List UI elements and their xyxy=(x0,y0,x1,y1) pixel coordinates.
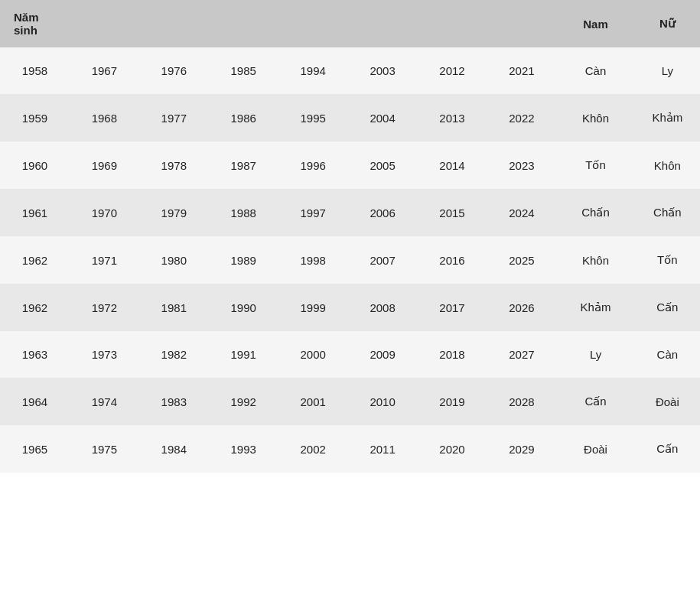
year-cell: 1988 xyxy=(209,189,278,236)
year-cell: 2029 xyxy=(487,425,556,473)
nu-cell: Chấn xyxy=(635,189,700,236)
year-cell: 1981 xyxy=(139,284,209,331)
year-cell: 2007 xyxy=(348,236,418,284)
year-cell: 2023 xyxy=(487,141,556,189)
year-cell: 2017 xyxy=(418,284,487,331)
nu-cell: Cấn xyxy=(635,284,700,331)
nam-cell: Khảm xyxy=(556,284,634,331)
year-cell: 1973 xyxy=(70,331,139,378)
birth-year-table: Năm sinh Nam Nữ 195819671976198519942003… xyxy=(0,0,700,473)
table-row: 19631973198219912000200920182027LyCàn xyxy=(0,331,700,378)
year-cell: 1979 xyxy=(139,189,209,236)
year-cell: 2008 xyxy=(348,284,418,331)
year-cell: 1972 xyxy=(70,284,139,331)
header-year-col-8 xyxy=(487,0,556,47)
year-cell: 2025 xyxy=(487,236,556,284)
year-cell: 2006 xyxy=(348,189,418,236)
table-row: 19611970197919881997200620152024ChấnChấn xyxy=(0,189,700,236)
year-cell: 2026 xyxy=(487,284,556,331)
year-cell: 1970 xyxy=(70,189,139,236)
year-cell: 1974 xyxy=(70,378,139,425)
year-cell: 2027 xyxy=(487,331,556,378)
header-year-col-3 xyxy=(139,0,209,47)
year-cell: 1976 xyxy=(139,47,209,94)
year-cell: 1967 xyxy=(70,47,139,94)
nu-cell: Khảm xyxy=(635,94,700,141)
year-cell: 1983 xyxy=(139,378,209,425)
year-cell: 1995 xyxy=(278,94,348,141)
year-cell: 1963 xyxy=(0,331,70,378)
nam-cell: Khôn xyxy=(556,236,634,284)
nam-cell: Càn xyxy=(556,47,634,94)
nam-cell: Khôn xyxy=(556,94,634,141)
nu-cell: Tốn xyxy=(635,236,700,284)
year-cell: 2024 xyxy=(487,189,556,236)
year-cell: 2002 xyxy=(278,425,348,473)
nam-cell: Chấn xyxy=(556,189,634,236)
year-cell: 1978 xyxy=(139,141,209,189)
year-cell: 1980 xyxy=(139,236,209,284)
year-cell: 2022 xyxy=(487,94,556,141)
year-cell: 1982 xyxy=(139,331,209,378)
year-cell: 1961 xyxy=(0,189,70,236)
nam-cell: Ly xyxy=(556,331,634,378)
year-cell: 1969 xyxy=(70,141,139,189)
nu-cell: Khôn xyxy=(635,141,700,189)
year-cell: 1959 xyxy=(0,94,70,141)
header-year-col-2 xyxy=(70,0,139,47)
year-cell: 1985 xyxy=(209,47,278,94)
nu-cell: Đoài xyxy=(635,378,700,425)
table-row: 19621971198019891998200720162025KhônTốn xyxy=(0,236,700,284)
year-cell: 2000 xyxy=(278,331,348,378)
year-cell: 2003 xyxy=(348,47,418,94)
table-row: 19641974198319922001201020192028CấnĐoài xyxy=(0,378,700,425)
year-cell: 1960 xyxy=(0,141,70,189)
nam-cell: Cấn xyxy=(556,378,634,425)
year-cell: 2004 xyxy=(348,94,418,141)
table-row: 19591968197719861995200420132022KhônKhảm xyxy=(0,94,700,141)
year-cell: 2019 xyxy=(418,378,487,425)
nu-cell: Cấn xyxy=(635,425,700,473)
header-nam-sinh: Năm sinh xyxy=(0,0,70,47)
main-table-container: Năm sinh Nam Nữ 195819671976198519942003… xyxy=(0,0,700,473)
year-cell: 2009 xyxy=(348,331,418,378)
header-nam: Nam xyxy=(556,0,634,47)
year-cell: 1990 xyxy=(209,284,278,331)
header-nu: Nữ xyxy=(635,0,700,47)
year-cell: 1965 xyxy=(0,425,70,473)
header-year-col-7 xyxy=(418,0,487,47)
year-cell: 1993 xyxy=(209,425,278,473)
year-cell: 1962 xyxy=(0,284,70,331)
year-cell: 1968 xyxy=(70,94,139,141)
year-cell: 1997 xyxy=(278,189,348,236)
year-cell: 1998 xyxy=(278,236,348,284)
table-body: 19581967197619851994200320122021CànLy195… xyxy=(0,47,700,473)
year-cell: 1989 xyxy=(209,236,278,284)
year-cell: 2020 xyxy=(418,425,487,473)
year-cell: 1962 xyxy=(0,236,70,284)
nam-cell: Tốn xyxy=(556,141,634,189)
table-row: 19581967197619851994200320122021CànLy xyxy=(0,47,700,94)
year-cell: 2011 xyxy=(348,425,418,473)
year-cell: 1986 xyxy=(209,94,278,141)
year-cell: 1987 xyxy=(209,141,278,189)
year-cell: 2018 xyxy=(418,331,487,378)
year-cell: 1984 xyxy=(139,425,209,473)
year-cell: 1964 xyxy=(0,378,70,425)
year-cell: 2015 xyxy=(418,189,487,236)
year-cell: 1977 xyxy=(139,94,209,141)
year-cell: 1999 xyxy=(278,284,348,331)
year-cell: 2014 xyxy=(418,141,487,189)
year-cell: 1991 xyxy=(209,331,278,378)
year-cell: 1958 xyxy=(0,47,70,94)
year-cell: 2021 xyxy=(487,47,556,94)
year-cell: 2012 xyxy=(418,47,487,94)
year-cell: 1992 xyxy=(209,378,278,425)
header-year-col-4 xyxy=(209,0,278,47)
table-row: 19651975198419932002201120202029ĐoàiCấn xyxy=(0,425,700,473)
year-cell: 2013 xyxy=(418,94,487,141)
nu-cell: Ly xyxy=(635,47,700,94)
year-cell: 1971 xyxy=(70,236,139,284)
year-cell: 2005 xyxy=(348,141,418,189)
header-year-col-5 xyxy=(278,0,348,47)
